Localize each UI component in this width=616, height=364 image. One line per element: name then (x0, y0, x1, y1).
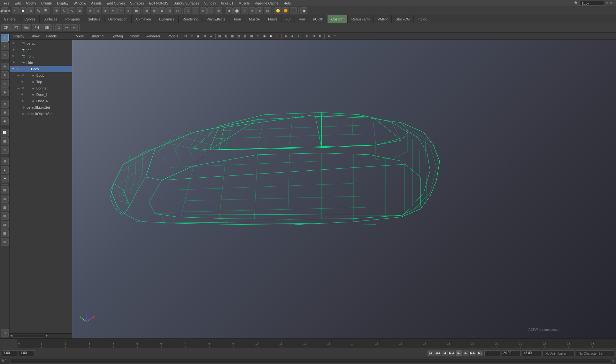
tool-p[interactable]: ▦ (133, 7, 140, 14)
tool-i[interactable]: ⊕ (76, 7, 83, 14)
vp-icon-shading3[interactable]: ■ (296, 33, 302, 39)
vp-icon-9[interactable]: ▧ (236, 33, 242, 39)
collapse-icon-body[interactable]: ▼ (11, 67, 15, 71)
outliner-item-bonnet[interactable]: └─ 👁 ◈ Bonnet (10, 85, 72, 91)
tool-t[interactable]: ▥ (166, 7, 173, 14)
tool-render4[interactable]: ● (249, 7, 256, 14)
outliner-item-top-mesh[interactable]: └─ 👁 ◈ Top (10, 79, 72, 85)
tab-general[interactable]: General (0, 15, 20, 23)
search-field[interactable]: Body (579, 1, 605, 6)
tool-render3[interactable]: ○ (241, 7, 248, 14)
workspace-icon[interactable]: Surfaces (1, 7, 8, 14)
tool-m[interactable]: ⊢ (110, 7, 117, 14)
play-fwd-btn[interactable]: ▶ (456, 350, 462, 356)
shelf-icon-c[interactable]: ↪ (71, 24, 78, 31)
vp-menu-show[interactable]: Show (127, 33, 142, 40)
tab-animation[interactable]: Animation (132, 15, 155, 23)
vis-icon-top[interactable]: 👁 (11, 48, 15, 52)
menu-sunday[interactable]: Sunday (202, 0, 219, 6)
mel-expand-icon[interactable]: ⟫ (612, 359, 614, 363)
lt-icon3[interactable]: ▦ (1, 204, 9, 211)
tool-select[interactable]: ↖ (12, 7, 19, 14)
vp-icon-14[interactable]: ◽ (268, 33, 274, 39)
shelf-icon-b[interactable]: ↩ (63, 24, 70, 31)
tab-dynamics[interactable]: Dynamics (155, 15, 179, 23)
menu-help[interactable]: Help (281, 0, 293, 6)
shelf-icon-a[interactable]: ⊡ (55, 24, 62, 31)
menu-edit[interactable]: Edit (12, 0, 23, 6)
lt-sculpt[interactable]: ◉ (1, 117, 9, 125)
scroll-right-btn[interactable]: ▶ (46, 334, 48, 338)
vp-icon-15[interactable]: ◾ (274, 33, 280, 39)
tool-f[interactable]: ✛ (53, 7, 60, 14)
end-frame-field[interactable]: 48.00 (522, 350, 541, 356)
outliner-item-top[interactable]: 👁 📷 top (10, 47, 72, 53)
lt-measure[interactable]: ⊢ (1, 175, 9, 182)
tab-muscle[interactable]: Muscle (245, 15, 264, 23)
vis-icon-bonnet[interactable]: 👁 (21, 86, 25, 90)
tool-j[interactable]: ⟳ (87, 7, 94, 14)
character-set-field[interactable]: No Character Set (576, 350, 614, 356)
vp-icon-8[interactable]: ▦ (230, 33, 235, 39)
tool-y1[interactable]: ▣ (300, 7, 307, 14)
shelf-icon-hist[interactable]: Hist (22, 24, 31, 31)
tab-surfaces[interactable]: Surfaces (40, 15, 61, 23)
tool-x1[interactable]: 🟡 (274, 7, 281, 14)
tab-indigo[interactable]: Indigo (414, 15, 431, 23)
tool-b[interactable]: 🔲 (19, 7, 27, 14)
tab-stockcg[interactable]: StockCG (392, 15, 414, 23)
tool-g[interactable]: ↻ (61, 7, 68, 14)
vp-icon-extra1[interactable]: ≋ (326, 33, 332, 39)
mel-input[interactable] (11, 359, 611, 364)
menu-modify[interactable]: Modify (23, 0, 39, 6)
menu-ticket01[interactable]: ticket01 (219, 0, 236, 6)
outliner-item-front[interactable]: 👁 📷 front (10, 53, 72, 59)
vp-icon-10[interactable]: ▨ (243, 33, 248, 39)
tool-x2[interactable]: 🟠 (282, 7, 289, 14)
next-frame-btn[interactable]: ▶ (463, 350, 469, 356)
tool-render1[interactable]: ◉ (226, 7, 233, 14)
tab-curves[interactable]: Curves (20, 15, 40, 23)
lt-lattice[interactable]: ⊞ (1, 109, 9, 116)
vp-icon-13[interactable]: ◼ (262, 33, 267, 39)
tool-snap2[interactable]: ⬚ (192, 7, 199, 14)
tab-vmpp[interactable]: VMPP (374, 15, 392, 23)
prev-key-btn[interactable]: ◀◀ (435, 350, 441, 356)
tool-l[interactable]: ◈ (102, 7, 109, 14)
vp-icon-shading2[interactable]: ■ (289, 33, 295, 39)
tool-h[interactable]: ⤡ (68, 7, 75, 14)
lt-lasso-tool[interactable]: ⌖ (1, 43, 9, 50)
tool-snap1[interactable]: ⊡ (184, 7, 191, 14)
menu-file[interactable]: File (1, 0, 12, 6)
lt-render[interactable]: ▦ (1, 137, 9, 145)
lt-icon5[interactable]: ▨ (1, 221, 9, 228)
menu-create[interactable]: Create (39, 0, 54, 6)
tool-d[interactable]: 🔧 (35, 7, 42, 14)
tool-render6[interactable]: ⊟ (264, 7, 271, 14)
lt-icon7[interactable]: ◫ (1, 238, 9, 246)
vp-menu-shading[interactable]: Shading (88, 33, 106, 40)
tool-u[interactable]: ◻ (174, 7, 181, 14)
menu-window[interactable]: Window (71, 0, 89, 6)
lt-snap[interactable]: ◈ (1, 166, 9, 174)
outliner-item-side[interactable]: 👁 📷 side (10, 59, 72, 66)
scroll-thumb[interactable] (13, 335, 45, 338)
vp-menu-panels[interactable]: Panels (165, 33, 181, 40)
outliner-item-body-mesh[interactable]: └─ 👁 ◈ Body (10, 72, 72, 79)
tab-painteffects[interactable]: PaintEffects (203, 15, 230, 23)
tool-e[interactable]: 🔍 (42, 7, 50, 14)
tab-polygons[interactable]: Polygons (61, 15, 84, 23)
vp-icon-grid3[interactable]: ⊠ (317, 33, 323, 39)
scroll-left-btn[interactable]: ◀ (10, 334, 12, 338)
outliner-item-persp[interactable]: 👁 📷 persp (10, 40, 72, 47)
menu-muscle[interactable]: Muscle (236, 0, 252, 6)
panel-tab-panels[interactable]: Panels (43, 33, 60, 40)
range-start-field[interactable]: 1 (484, 350, 500, 356)
vis-icon-body-group[interactable]: 👁 (15, 67, 20, 71)
vis-icon-body-mesh[interactable]: 👁 (21, 73, 25, 78)
lt-rotate-tool[interactable]: ↻ (1, 71, 9, 79)
tool-snap5[interactable]: ⊕ (215, 7, 222, 14)
vp-icon-1[interactable]: ⊡ (183, 33, 189, 39)
tool-render2[interactable]: ⬤ (233, 7, 240, 14)
outliner-item-door-r[interactable]: └─ 👁 ◈ Door_R (10, 98, 72, 104)
